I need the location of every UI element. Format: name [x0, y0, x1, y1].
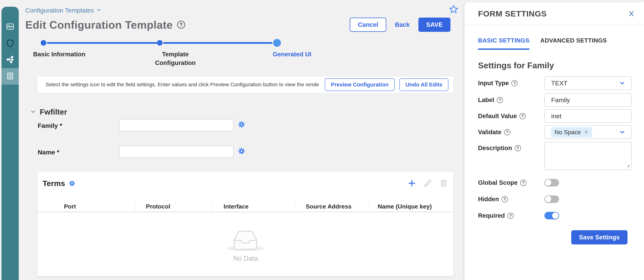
chevron-down-icon[interactable]: [30, 109, 36, 116]
name-gear-icon[interactable]: [238, 147, 246, 155]
column-header-port[interactable]: Port: [38, 203, 136, 211]
toggle-knob: [545, 179, 551, 186]
no-data-text: No Data: [233, 255, 258, 263]
breadcrumb-label: Configuration Templates: [25, 7, 94, 14]
terms-card: Terms: [38, 172, 453, 276]
column-header-name[interactable]: Name (Unique key): [370, 203, 453, 211]
delete-term-button[interactable]: [440, 179, 448, 188]
stepper: Basic Information Template Configuration…: [19, 38, 464, 64]
stepper-dot-template-configuration[interactable]: [157, 40, 162, 46]
section-title-fwfilter: Fwfilter: [40, 108, 67, 116]
terms-empty-state: No Data: [38, 229, 453, 263]
description-textarea[interactable]: [544, 142, 632, 170]
stepper-line-2: [163, 42, 272, 44]
save-settings-button[interactable]: Save Settings: [571, 230, 628, 245]
help-icon[interactable]: ?: [497, 97, 503, 103]
help-icon[interactable]: ?: [502, 196, 508, 202]
toggle-knob: [552, 212, 558, 219]
sidebar-item-security[interactable]: [2, 35, 19, 52]
stepper-dot-generated-ui[interactable]: [273, 39, 281, 47]
help-icon[interactable]: ?: [504, 129, 510, 135]
validate-label: Validate ?: [478, 129, 544, 136]
tab-advanced-settings[interactable]: ADVANCED SETTINGS: [540, 37, 607, 50]
input-type-select[interactable]: TEXT: [544, 76, 632, 90]
info-bar: Select the settings icon to edit the fie…: [38, 77, 453, 93]
page-title: Edit Configuration Template: [25, 18, 173, 31]
sidebar: [2, 7, 19, 280]
toggle-knob: [545, 196, 551, 202]
input-type-value: TEXT: [551, 80, 568, 87]
global-scope-toggle[interactable]: [544, 179, 559, 186]
required-toggle[interactable]: [544, 212, 559, 219]
info-message: Select the settings icon to edit the fie…: [46, 82, 319, 88]
validate-select[interactable]: No Space ✕: [544, 125, 632, 139]
chip-remove-icon[interactable]: ✕: [584, 129, 589, 136]
label-field-label: Label ?: [478, 96, 544, 104]
back-button[interactable]: Back: [395, 21, 410, 28]
close-icon[interactable]: [626, 8, 636, 19]
add-term-button[interactable]: [408, 179, 416, 188]
star-icon[interactable]: [449, 4, 458, 14]
form-settings-panel: FORM SETTINGS BASIC SETTINGS ADVANCED SE…: [464, 2, 644, 280]
stepper-label-basic-information: Basic Information: [29, 50, 89, 59]
cancel-button[interactable]: Cancel: [350, 17, 386, 32]
column-header-protocol[interactable]: Protocol: [136, 203, 213, 211]
stepper-line-1: [47, 42, 158, 44]
default-value-label: Default Value ?: [478, 113, 544, 120]
terms-table-header: Port Protocol Interface Source Address N…: [38, 201, 453, 212]
stepper-label-generated-ui: Generated UI: [262, 50, 322, 59]
edit-term-button[interactable]: [424, 179, 432, 188]
sidebar-item-topology[interactable]: [2, 52, 19, 68]
help-icon[interactable]: ?: [520, 180, 526, 186]
save-button[interactable]: SAVE: [418, 17, 450, 32]
sidebar-item-monitoring[interactable]: [2, 19, 19, 35]
chevron-down-icon: [619, 129, 626, 136]
share-icon: [6, 55, 14, 65]
help-icon[interactable]: ?: [520, 113, 526, 119]
family-field-label: Family *: [38, 119, 119, 129]
name-input[interactable]: [119, 146, 234, 158]
help-icon[interactable]: ?: [512, 80, 518, 86]
family-input[interactable]: [119, 119, 234, 131]
undo-all-edits-button[interactable]: Undo All Edits: [400, 78, 448, 91]
trash-icon: [440, 179, 448, 188]
column-header-interface[interactable]: Interface: [213, 203, 295, 211]
panel-title: FORM SETTINGS: [478, 9, 547, 18]
panel-tabs: BASIC SETTINGS ADVANCED SETTINGS: [478, 37, 632, 50]
pencil-icon: [424, 179, 432, 188]
description-label: Description ?: [478, 142, 544, 152]
hidden-toggle[interactable]: [544, 195, 559, 203]
activity-icon: [6, 22, 14, 32]
default-value-input[interactable]: [544, 109, 632, 123]
global-scope-label: Global Scope ?: [478, 179, 544, 186]
help-icon[interactable]: ?: [508, 213, 514, 219]
terms-title: Terms: [42, 179, 65, 188]
name-field-label: Name *: [38, 146, 119, 156]
chevron-down-icon: [619, 80, 626, 86]
main-content: Configuration Templates Edit Configurati…: [19, 0, 464, 280]
preview-configuration-button[interactable]: Preview Configuration: [325, 78, 394, 91]
hidden-label: Hidden ?: [478, 196, 544, 203]
family-gear-icon[interactable]: [238, 121, 246, 129]
terms-gear-icon[interactable]: [68, 180, 76, 188]
document-icon: [6, 72, 14, 81]
column-header-source-address[interactable]: Source Address: [295, 203, 370, 211]
required-label: Required ?: [478, 212, 544, 219]
breadcrumb[interactable]: Configuration Templates: [25, 7, 102, 14]
help-icon[interactable]: ?: [177, 21, 185, 29]
input-type-label: Input Type ?: [478, 80, 544, 87]
inbox-icon: [232, 249, 260, 252]
plus-icon: [408, 179, 416, 188]
validate-chip: No Space ✕: [551, 127, 592, 137]
settings-heading: Settings for Family: [478, 61, 632, 70]
label-input[interactable]: [544, 93, 632, 107]
stepper-label-template-configuration: Template Configuration: [145, 50, 205, 67]
help-icon[interactable]: ?: [515, 145, 521, 151]
stepper-dot-basic-information[interactable]: [41, 40, 46, 46]
tab-basic-settings[interactable]: BASIC SETTINGS: [478, 37, 530, 50]
shield-icon: [6, 39, 14, 48]
sidebar-item-templates[interactable]: [2, 68, 19, 85]
chevron-down-icon: [96, 7, 102, 14]
